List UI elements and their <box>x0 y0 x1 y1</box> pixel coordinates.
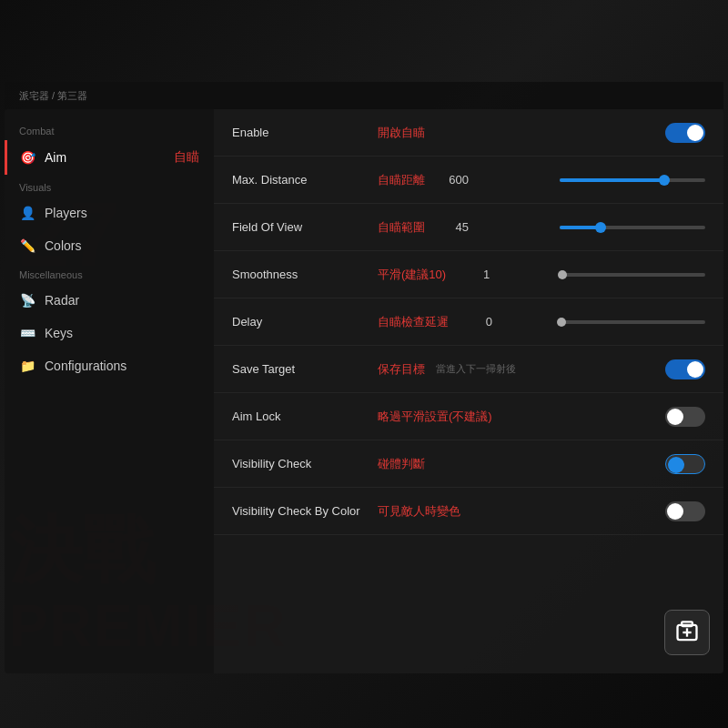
slider-value: 600 <box>432 173 469 187</box>
setting-name-zh: 自瞄距離 <box>378 172 425 188</box>
toggle-switch-partial[interactable] <box>665 454 705 474</box>
sidebar-item-colors[interactable]: ✏️ Colors <box>5 229 214 262</box>
slider-thumb[interactable] <box>595 222 606 233</box>
slider-container[interactable] <box>492 320 705 324</box>
setting-control: 0 <box>456 315 705 329</box>
settings-content: Enable開啟自瞄Max. Distance自瞄距離600Field Of V… <box>214 109 723 673</box>
slider-container[interactable] <box>469 226 705 229</box>
combat-section-label: Combat <box>5 118 214 140</box>
toggle-switch[interactable] <box>665 501 705 521</box>
slider-value: 45 <box>432 220 469 234</box>
slider-thumb[interactable] <box>659 175 670 186</box>
slider-track[interactable] <box>560 226 705 229</box>
setting-name: Save Target <box>232 362 378 376</box>
setting-row: Enable開啟自瞄 <box>214 109 723 157</box>
sidebar-item-radar[interactable]: 📡 Radar <box>5 284 214 317</box>
setting-name-zh: 開啟自瞄 <box>378 125 425 141</box>
setting-name: Field Of View <box>232 220 378 234</box>
visuals-section-label: Visuals <box>5 175 214 197</box>
setting-name-zh: 保存目標 <box>378 361 425 378</box>
setting-control: 1 <box>453 268 705 281</box>
configurations-icon: 📁 <box>19 359 35 373</box>
setting-row: Max. Distance自瞄距離600 <box>214 157 723 204</box>
setting-control <box>500 407 705 427</box>
setting-name-zh: 碰體判斷 <box>378 456 425 472</box>
toggle-switch[interactable] <box>665 407 705 427</box>
toggle-thumb <box>687 361 703 378</box>
aim-label-zh: 自瞄 <box>174 149 199 166</box>
breadcrumb-bar: 派宅器 / 第三器 <box>5 82 723 109</box>
setting-name-zh: 可見敵人時變色 <box>378 503 460 520</box>
slider-thumb[interactable] <box>557 318 566 327</box>
svg-rect-1 <box>682 622 693 626</box>
setting-control: 600 <box>432 173 705 187</box>
aim-label: Aim <box>45 150 165 165</box>
setting-row: Save Target保存目標當進入下一掃射後 <box>214 346 723 393</box>
slider-container[interactable] <box>490 273 705 277</box>
setting-row: Visibility Check By Color可見敵人時變色 <box>214 488 723 535</box>
setting-control: 45 <box>432 220 705 234</box>
setting-row: Visibility Check碰體判斷 <box>214 440 723 488</box>
setting-name-zh: 自瞄範圍 <box>378 219 425 236</box>
setting-name: Visibility Check <box>232 457 378 470</box>
sidebar-item-configurations[interactable]: 📁 Configurations <box>5 349 214 382</box>
sidebar-item-keys[interactable]: ⌨️ Keys <box>5 317 214 349</box>
setting-row: Smoothness平滑(建議10)1 <box>214 251 723 298</box>
keys-label: Keys <box>45 326 199 340</box>
setting-name: Smoothness <box>232 268 378 281</box>
players-icon: 👤 <box>19 206 35 220</box>
keys-icon: ⌨️ <box>19 326 35 340</box>
sidebar-item-aim[interactable]: 🎯 Aim 自瞄 <box>5 140 214 175</box>
sidebar-item-players[interactable]: 👤 Players <box>5 197 214 229</box>
colors-label: Colors <box>45 238 199 253</box>
setting-name-zh: 自瞄檢查延遲 <box>378 314 449 330</box>
setting-name-zh: 平滑(建議10) <box>378 267 446 283</box>
slider-thumb[interactable] <box>558 270 567 279</box>
toggle-thumb <box>667 409 683 425</box>
sidebar: Combat 🎯 Aim 自瞄 Visuals 👤 Players ✏️ Col… <box>5 109 214 673</box>
setting-row: Delay自瞄檢查延遲0 <box>214 298 723 346</box>
setting-row: Field Of View自瞄範圍45 <box>214 204 723 251</box>
toggle-thumb <box>668 457 684 473</box>
main-panel: Combat 🎯 Aim 自瞄 Visuals 👤 Players ✏️ Col… <box>5 109 723 673</box>
slider-value: 0 <box>456 315 492 329</box>
toggle-switch[interactable] <box>665 123 705 143</box>
screenshot-button[interactable] <box>664 610 710 655</box>
slider-track[interactable] <box>560 320 705 324</box>
toggle-thumb <box>667 503 683 520</box>
setting-name: Enable <box>232 126 378 139</box>
setting-control <box>432 454 705 474</box>
slider-container[interactable] <box>469 178 705 182</box>
miscellaneous-section-label: Miscellaneous <box>5 262 214 284</box>
radar-icon: 📡 <box>19 293 35 308</box>
colors-icon: ✏️ <box>19 238 35 253</box>
configurations-label: Configurations <box>45 359 199 373</box>
setting-name: Max. Distance <box>232 173 378 187</box>
main-container: 27 決戰 PREMIER 派宅器 / 第三器 Combat 🎯 Aim 自瞄 … <box>0 0 728 728</box>
toggle-switch[interactable] <box>665 359 705 379</box>
setting-control <box>516 359 705 379</box>
breadcrumb: 派宅器 / 第三器 <box>19 89 87 103</box>
setting-control <box>468 501 705 521</box>
setting-name: Visibility Check By Color <box>232 504 378 518</box>
setting-control <box>432 123 705 143</box>
toggle-thumb <box>687 125 703 141</box>
setting-subtext: 當進入下一掃射後 <box>436 362 516 376</box>
slider-value: 1 <box>453 268 490 281</box>
slider-track[interactable] <box>560 273 705 277</box>
slider-fill <box>560 178 664 182</box>
slider-track[interactable] <box>560 178 705 182</box>
setting-name: Delay <box>232 315 378 329</box>
setting-name-zh: 略過平滑設置(不建議) <box>378 409 492 425</box>
setting-row: Aim Lock略過平滑設置(不建議) <box>214 393 723 440</box>
radar-label: Radar <box>45 293 199 308</box>
screenshot-icon <box>674 620 700 645</box>
aim-icon: 🎯 <box>19 150 35 165</box>
setting-name: Aim Lock <box>232 410 378 423</box>
players-label: Players <box>45 206 199 220</box>
